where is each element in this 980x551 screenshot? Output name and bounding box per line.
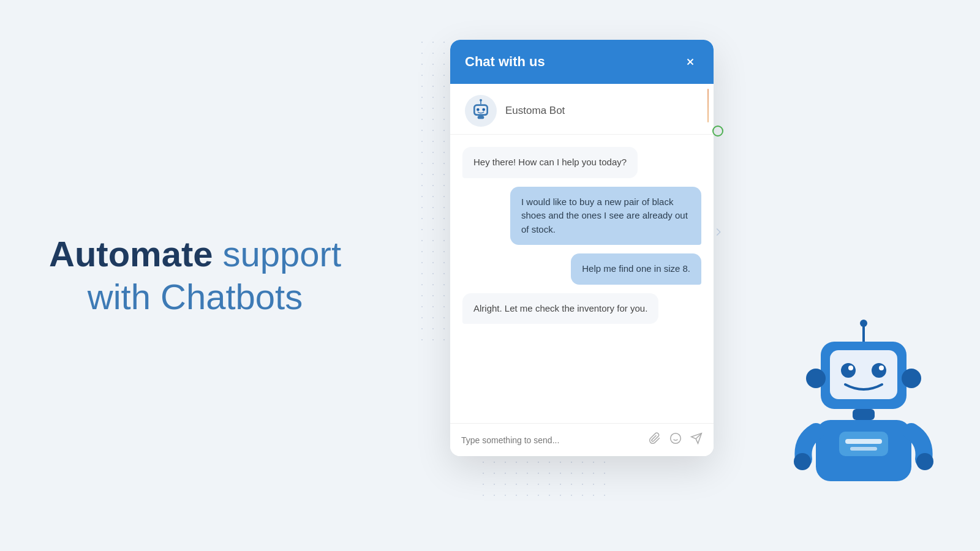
chat-widget: Chat with us [450, 40, 714, 456]
svg-rect-22 [853, 409, 875, 420]
message-input[interactable] [461, 435, 640, 445]
close-button[interactable] [682, 53, 699, 70]
svg-point-30 [902, 369, 921, 388]
svg-point-7 [482, 108, 485, 111]
svg-point-9 [671, 433, 681, 444]
svg-point-18 [841, 363, 856, 378]
hero-light-text: support [213, 234, 341, 274]
message-user-2: Help me find one in size 8. [571, 253, 701, 285]
svg-point-29 [806, 369, 826, 388]
deco-vertical-line [707, 89, 709, 122]
bot-name: Eustoma Bot [505, 105, 565, 117]
svg-rect-17 [830, 350, 897, 399]
input-icons [649, 432, 703, 448]
svg-rect-8 [478, 116, 484, 119]
message-bot-1: Hey there! How can I help you today? [462, 147, 638, 178]
svg-point-20 [848, 365, 853, 370]
chat-title: Chat with us [465, 54, 545, 70]
svg-point-19 [872, 363, 886, 378]
svg-rect-26 [850, 447, 877, 451]
message-bot-2: Alright. Let me check the inventory for … [462, 293, 658, 324]
svg-point-28 [916, 453, 933, 470]
robot-illustration [784, 318, 943, 514]
deco-circle [712, 126, 723, 137]
hero-bold-text: Automate [49, 234, 213, 274]
chat-header: Chat with us [450, 40, 714, 84]
svg-rect-25 [845, 439, 882, 444]
bot-avatar [465, 95, 497, 127]
svg-point-21 [879, 365, 884, 370]
svg-point-3 [480, 99, 482, 102]
message-user-1: I would like to buy a new pair of black … [510, 187, 701, 246]
attachment-icon[interactable] [649, 432, 661, 448]
svg-point-15 [860, 320, 867, 327]
send-icon[interactable] [690, 432, 703, 448]
chat-input-area [450, 423, 714, 456]
hero-heading: Automate support with Chatbots [49, 233, 341, 318]
svg-point-27 [794, 453, 811, 470]
hero-section: Automate support with Chatbots [49, 233, 341, 318]
hero-line2: with Chatbots [88, 277, 303, 317]
emoji-icon[interactable] [669, 432, 682, 448]
svg-point-6 [477, 108, 480, 111]
bot-info-row: Eustoma Bot [450, 84, 714, 135]
messages-area: Hey there! How can I help you today? I w… [450, 135, 714, 423]
